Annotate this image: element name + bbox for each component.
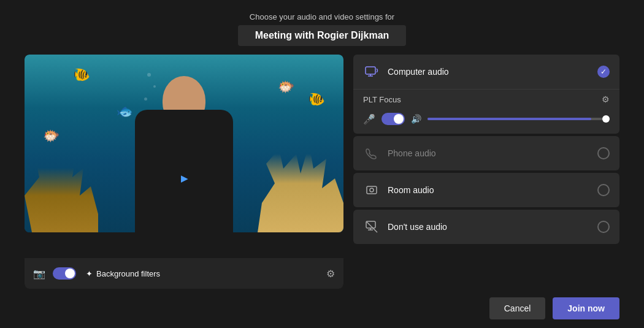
room-audio-icon <box>363 181 380 199</box>
footer: Cancel Join now <box>0 289 644 328</box>
no-audio-icon <box>363 218 380 235</box>
no-audio-radio[interactable] <box>597 221 610 233</box>
aquarium-background: 🐠 🐡 🐟 🐠 🐡 ▶ <box>25 55 343 232</box>
svg-rect-0 <box>366 67 375 74</box>
no-audio-option[interactable]: Don't use audio <box>353 210 619 244</box>
video-controls-bar: 📷 ✦ Background filters ⚙ <box>25 258 343 289</box>
volume-slider[interactable] <box>427 118 610 120</box>
mic-toggle[interactable] <box>381 113 405 125</box>
join-now-button[interactable]: Join now <box>553 297 619 319</box>
cancel-button[interactable]: Cancel <box>489 297 546 319</box>
video-panel: 🐠 🐡 🐟 🐠 🐡 ▶ 📷 <box>25 55 343 289</box>
coral-decoration <box>258 134 343 232</box>
fish-decoration: 🐠 <box>74 67 90 83</box>
phone-audio-label: Phone audio <box>388 148 590 158</box>
phone-audio-radio[interactable] <box>597 147 610 159</box>
computer-audio-radio[interactable] <box>597 66 610 78</box>
room-audio-label: Room audio <box>388 185 590 195</box>
bubble <box>147 73 151 77</box>
audio-panel: Computer audio PLT Focus ⚙ 🎤 🔊 <box>353 55 619 289</box>
main-content: 🐠 🐡 🐟 🐠 🐡 ▶ 📷 <box>0 55 644 289</box>
fish-decoration: 🐡 <box>43 128 59 144</box>
settings-gear-icon[interactable]: ⚙ <box>326 268 335 280</box>
phone-audio-option[interactable]: Phone audio <box>353 136 619 170</box>
microphone-icon: 🎤 <box>363 113 375 125</box>
svg-rect-3 <box>367 186 377 194</box>
room-audio-radio[interactable] <box>597 184 610 196</box>
computer-audio-section: Computer audio PLT Focus ⚙ 🎤 🔊 <box>353 55 619 134</box>
video-container: 🐠 🐡 🐟 🐠 🐡 ▶ <box>25 55 343 232</box>
camera-icon: 📷 <box>33 268 45 280</box>
computer-audio-label: Computer audio <box>388 67 590 77</box>
computer-audio-icon <box>363 63 380 80</box>
page-header: Choose your audio and video settings for… <box>238 0 407 55</box>
background-filters-button[interactable]: ✦ Background filters <box>86 269 160 278</box>
volume-slider-thumb <box>602 115 610 123</box>
person-video: ▶ <box>123 85 245 232</box>
header-subtitle: Choose your audio and video settings for <box>238 12 407 21</box>
svg-point-4 <box>370 188 374 192</box>
speaker-icon: 🔊 <box>411 114 421 124</box>
computer-audio-header[interactable]: Computer audio <box>353 55 619 89</box>
bg-filters-label: Background filters <box>96 269 160 278</box>
no-audio-label: Don't use audio <box>388 222 590 232</box>
fish-decoration: 🐡 <box>278 79 294 95</box>
coral-decoration <box>25 140 98 232</box>
phone-audio-icon <box>363 145 380 162</box>
room-audio-option[interactable]: Room audio <box>353 173 619 207</box>
fish-decoration: 🐠 <box>309 91 325 107</box>
header-title: Meeting with Rogier Dijkman <box>238 25 407 46</box>
sparkle-icon: ✦ <box>86 269 93 278</box>
volume-slider-fill <box>427 118 591 120</box>
sliders-icon[interactable]: ⚙ <box>602 94 610 104</box>
plt-focus-label: PLT Focus <box>363 95 401 104</box>
audio-controls-row: 🎤 🔊 <box>353 108 619 134</box>
shirt-logo: ▶ <box>181 174 188 183</box>
person-body: ▶ <box>135 110 233 232</box>
camera-toggle[interactable] <box>53 267 76 280</box>
plt-focus-row: PLT Focus ⚙ <box>353 89 619 108</box>
